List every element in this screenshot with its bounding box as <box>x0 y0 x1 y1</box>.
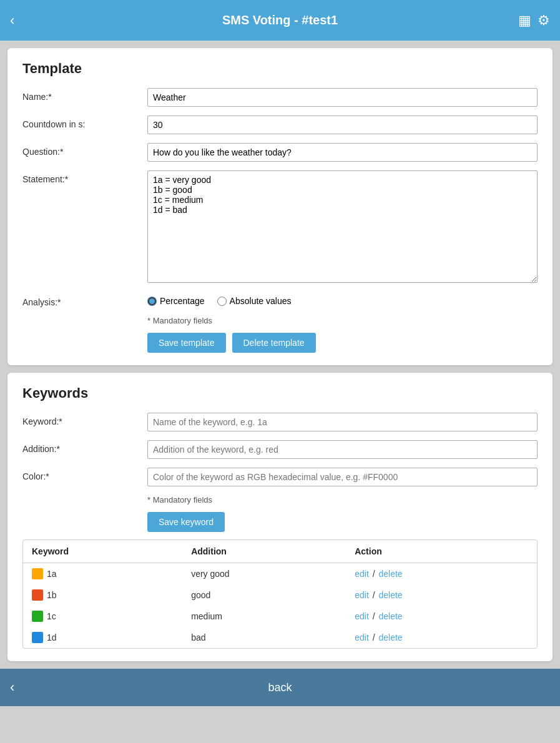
keyword-input[interactable] <box>147 413 538 431</box>
keyword-field-wrapper <box>147 413 538 431</box>
header-right: ▦ ⚙ <box>518 12 550 29</box>
gear-icon[interactable]: ⚙ <box>538 12 550 29</box>
template-buttons: Save template Delete template <box>22 333 538 353</box>
action-cell: edit / delete <box>346 563 537 585</box>
keywords-table-wrapper: Keyword Addition Action 1avery goodedit … <box>22 539 538 649</box>
template-card: Template Name:* Countdown in s: Question… <box>7 48 553 365</box>
header-left: ‹ <box>10 14 14 27</box>
absolute-label: Absolute values <box>230 296 292 306</box>
main-content: Template Name:* Countdown in s: Question… <box>0 41 560 669</box>
question-input[interactable] <box>147 143 538 162</box>
keyword-value: 1d <box>47 632 57 642</box>
table-row: 1cmediumedit / delete <box>23 606 537 627</box>
col-addition-header: Addition <box>182 540 346 563</box>
edit-link[interactable]: edit <box>355 590 369 600</box>
question-field-wrapper <box>147 143 538 162</box>
addition-field-wrapper <box>147 440 538 459</box>
template-card-title: Template <box>22 61 538 77</box>
question-label: Question:* <box>22 143 147 157</box>
color-swatch <box>32 568 43 579</box>
action-cell: edit / delete <box>346 627 537 648</box>
absolute-radio[interactable] <box>217 297 227 306</box>
statement-label: Statement:* <box>22 170 147 184</box>
keywords-table: Keyword Addition Action 1avery goodedit … <box>23 540 537 648</box>
save-template-button[interactable]: Save template <box>147 333 226 353</box>
percentage-label: Percentage <box>160 296 205 306</box>
keyword-cell: 1a <box>23 563 182 585</box>
action-cell: edit / delete <box>346 606 537 627</box>
analysis-radio-group: Percentage Absolute values <box>147 293 538 306</box>
percentage-radio[interactable] <box>147 297 157 306</box>
action-separator: / <box>370 569 378 579</box>
delete-link[interactable]: delete <box>378 569 402 579</box>
footer-back-label: back <box>268 681 292 694</box>
name-label: Name:* <box>22 88 147 102</box>
question-row: Question:* <box>22 143 538 162</box>
edit-link[interactable]: edit <box>355 569 369 579</box>
keyword-cell: 1b <box>23 584 182 606</box>
table-row: 1dbadedit / delete <box>23 627 537 648</box>
color-swatch <box>32 611 43 622</box>
keyword-value: 1a <box>47 569 57 579</box>
delete-link[interactable]: delete <box>378 590 402 600</box>
action-separator: / <box>370 611 378 621</box>
countdown-input[interactable] <box>147 116 538 134</box>
footer-back-button[interactable]: ‹ <box>10 679 14 696</box>
addition-label: Addition:* <box>22 440 147 454</box>
addition-row: Addition:* <box>22 440 538 459</box>
delete-link[interactable]: delete <box>378 632 402 642</box>
col-action-header: Action <box>346 540 537 563</box>
name-input[interactable] <box>147 88 538 107</box>
table-row: 1bgoodedit / delete <box>23 584 537 606</box>
header-back-button[interactable]: ‹ <box>10 14 14 27</box>
keyword-value: 1c <box>47 611 56 621</box>
analysis-label: Analysis:* <box>22 293 147 307</box>
percentage-option[interactable]: Percentage <box>147 296 205 306</box>
absolute-option[interactable]: Absolute values <box>217 296 292 306</box>
keywords-card-title: Keywords <box>22 385 538 401</box>
color-field-wrapper <box>147 468 538 486</box>
keywords-card: Keywords Keyword:* Addition:* Color:* * … <box>7 373 553 661</box>
keyword-buttons: Save keyword <box>22 512 538 532</box>
addition-cell: good <box>182 584 346 606</box>
addition-input[interactable] <box>147 440 538 459</box>
template-mandatory-note: * Mandatory fields <box>22 316 538 325</box>
keyword-cell: 1c <box>23 606 182 627</box>
addition-cell: medium <box>182 606 346 627</box>
delete-link[interactable]: delete <box>378 611 402 621</box>
save-keyword-button[interactable]: Save keyword <box>147 512 225 532</box>
edit-link[interactable]: edit <box>355 632 369 642</box>
app-header: ‹ SMS Voting - #test1 ▦ ⚙ <box>0 0 560 41</box>
keywords-mandatory-note: * Mandatory fields <box>22 495 538 504</box>
grid-icon[interactable]: ▦ <box>518 12 531 29</box>
action-separator: / <box>370 632 378 642</box>
addition-cell: very good <box>182 563 346 585</box>
color-row: Color:* <box>22 468 538 486</box>
name-field-wrapper <box>147 88 538 107</box>
countdown-row: Countdown in s: <box>22 116 538 134</box>
header-title: SMS Voting - #test1 <box>222 13 338 27</box>
statement-row: Statement:* <box>22 170 538 285</box>
analysis-row: Analysis:* Percentage Absolute values <box>22 293 538 307</box>
action-cell: edit / delete <box>346 584 537 606</box>
action-separator: / <box>370 590 378 600</box>
edit-link[interactable]: edit <box>355 611 369 621</box>
keyword-label: Keyword:* <box>22 413 147 426</box>
color-swatch <box>32 589 43 601</box>
color-label: Color:* <box>22 468 147 481</box>
col-keyword-header: Keyword <box>23 540 182 563</box>
addition-cell: bad <box>182 627 346 648</box>
app-footer: ‹ back <box>0 669 560 706</box>
keyword-row: Keyword:* <box>22 413 538 431</box>
color-input[interactable] <box>147 468 538 486</box>
keyword-value: 1b <box>47 590 57 600</box>
delete-template-button[interactable]: Delete template <box>232 333 316 353</box>
color-swatch <box>32 632 43 643</box>
countdown-field-wrapper <box>147 116 538 134</box>
countdown-label: Countdown in s: <box>22 116 147 129</box>
table-row: 1avery goodedit / delete <box>23 563 537 585</box>
analysis-options: Percentage Absolute values <box>147 293 538 306</box>
keyword-cell: 1d <box>23 627 182 648</box>
statement-field-wrapper <box>147 170 538 285</box>
statement-textarea[interactable] <box>147 170 538 283</box>
